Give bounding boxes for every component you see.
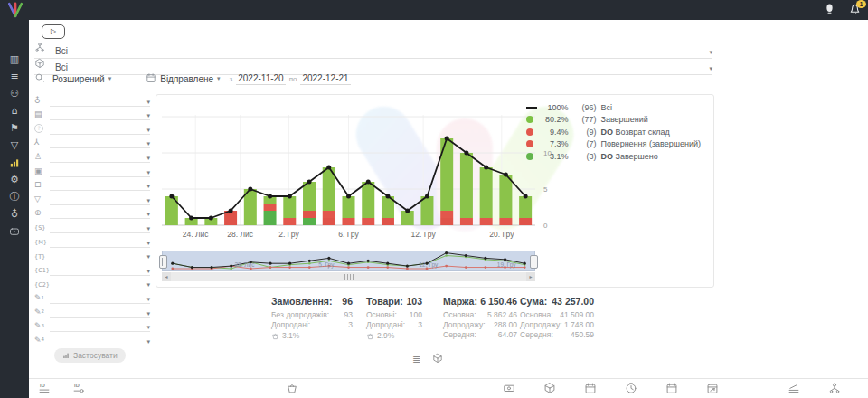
payment-icon[interactable]: [503, 382, 515, 394]
svg-text:12. Гру: 12. Гру: [411, 230, 437, 239]
chart-scrollbar[interactable]: ◂ ▸: [162, 272, 535, 281]
notifications-bell-icon[interactable]: 1: [848, 3, 863, 17]
scrollbar-track[interactable]: [171, 272, 526, 281]
sidebar-item-video-tutorials[interactable]: [0, 223, 29, 240]
bar-segment: [460, 153, 473, 218]
layers-icon[interactable]: [788, 382, 800, 394]
scroll-left-icon[interactable]: ◂: [162, 272, 171, 281]
search-icon[interactable]: [34, 72, 45, 85]
filter-select-utm-medium[interactable]: ▾: [50, 236, 150, 248]
date-from-input[interactable]: 2022-11-20: [236, 73, 285, 85]
bar-segment: [420, 196, 433, 225]
filter-select-note-4[interactable]: ▾: [50, 335, 150, 346]
filter-row-funnel: ▽▾: [34, 191, 150, 205]
orders-id-icon[interactable]: [38, 382, 51, 394]
sidebar-item-settings[interactable]: ⚙: [0, 171, 29, 188]
product-icon[interactable]: [543, 382, 556, 394]
svg-text:20. Гру: 20. Гру: [489, 230, 514, 239]
sidebar-item-marketing[interactable]: ⚑: [0, 119, 29, 137]
date-field-select[interactable]: Відправлене: [160, 74, 213, 84]
brand-logo[interactable]: [5, 2, 25, 18]
products-view-toggle[interactable]: [432, 351, 443, 367]
legend-item[interactable]: 7.3%(7)Повернення (завершений): [526, 138, 701, 151]
time-icon[interactable]: [625, 382, 637, 394]
sidebar-item-orders[interactable]: ≡: [0, 68, 29, 85]
warehouse-icon: ⌂: [12, 106, 18, 116]
chart-range-navigator[interactable]: 28. Лис5. Гру12. Гру19. Гру: [162, 251, 535, 271]
source-filter-select[interactable]: Всі ▾: [34, 43, 712, 59]
filter-select-utm-source[interactable]: ▾: [50, 222, 150, 233]
calendar-sent-icon[interactable]: [665, 382, 678, 394]
stat-sub-label: Допродані:: [271, 320, 310, 330]
chevron-down-icon: ▾: [146, 269, 150, 275]
filter-select-note-2[interactable]: ▾: [50, 307, 150, 318]
filter-select-source[interactable]: ▾: [50, 207, 150, 219]
sidebar-item-help[interactable]: ⓘ: [0, 188, 29, 205]
sidebar-item-statistics[interactable]: [0, 154, 29, 171]
navigator-left-handle[interactable]: [159, 255, 167, 269]
sidebar-item-integrations[interactable]: ♁: [0, 205, 29, 223]
filter-select-note-3[interactable]: ▾: [50, 320, 150, 332]
filter-row-note-4: ✎4▾: [34, 332, 150, 346]
filter-row-structure: ⅄▾: [34, 135, 150, 149]
chevron-down-icon: ▾: [146, 339, 150, 346]
sidebar-item-dashboard[interactable]: ▥: [0, 51, 29, 68]
bar-segment: [519, 196, 532, 218]
sidebar-item-funnels[interactable]: ▽: [0, 137, 29, 154]
filter-select-utm-term[interactable]: ▾: [50, 250, 150, 261]
calendar-export-icon[interactable]: [706, 382, 719, 394]
theme-bulb-icon[interactable]: [823, 2, 836, 19]
legend-count: (3): [571, 152, 596, 161]
bar-segment: [343, 218, 355, 225]
legend-item[interactable]: 3.1%(3)DO Завершено: [526, 150, 701, 163]
search-mode-select[interactable]: Розширений: [52, 74, 105, 84]
calendar-created-icon[interactable]: [584, 382, 597, 394]
filter-select-custom-field-2[interactable]: ▾: [50, 278, 150, 289]
filter-select-note-1[interactable]: ▾: [50, 292, 150, 304]
stat-sub-label: Без допродажів:: [271, 310, 329, 320]
legend-dot-marker: [526, 128, 541, 136]
scroll-right-icon[interactable]: ▸: [526, 272, 535, 281]
chevron-down-icon: ▾: [146, 212, 150, 218]
video-help-button[interactable]: ▷: [42, 24, 65, 39]
scrollbar-grip[interactable]: [344, 274, 354, 280]
stat-title: Замовлення:: [271, 296, 332, 307]
legend-item[interactable]: 80.2%(77)Завершений: [526, 114, 701, 127]
filter-select-custom-field-1[interactable]: ▾: [50, 264, 150, 276]
stat-sub-value: 3: [405, 320, 422, 330]
list-view-toggle[interactable]: ≣: [412, 355, 420, 365]
sitemap-icon[interactable]: [828, 382, 841, 394]
filter-select-help[interactable]: ▾: [50, 123, 150, 135]
sidebar-item-clients[interactable]: ⚇: [0, 85, 29, 102]
chevron-down-icon: ▾: [146, 141, 150, 147]
to-label: по: [289, 75, 297, 83]
stat-sub-value: 64.07: [476, 330, 517, 340]
leads-id-icon[interactable]: [72, 382, 85, 394]
chevron-down-icon: ▾: [146, 297, 150, 303]
filter-select-funnel[interactable]: ▾: [50, 194, 150, 205]
navigator-right-handle[interactable]: [530, 255, 538, 269]
filter-select-payment[interactable]: ▾: [50, 179, 150, 191]
filter-row-custom-field-2: {C2}▾: [34, 276, 150, 290]
legend-item[interactable]: 100%(96)Всі: [526, 101, 701, 114]
structure-icon: ⅄: [34, 138, 50, 148]
apply-filters-button[interactable]: Застосувати: [54, 348, 126, 363]
line-point: [189, 216, 193, 221]
from-label: з: [230, 75, 233, 83]
basket-icon[interactable]: [286, 382, 298, 394]
filter-select-manager[interactable]: ▾: [50, 151, 150, 163]
filter-select-structure[interactable]: ▾: [50, 137, 150, 148]
filter-select-status-group[interactable]: ▾: [50, 109, 150, 120]
filter-row-note-3: ✎3▾: [34, 318, 150, 333]
bottom-toolbar: [0, 378, 868, 398]
legend-item[interactable]: 9.4%(9)DO Возврат склад: [526, 126, 701, 138]
filter-row-note-2: ✎2▾: [34, 304, 150, 318]
chevron-down-icon: ▾: [146, 226, 150, 232]
bar-segment: [440, 211, 453, 218]
date-to-input[interactable]: 2022-12-21: [300, 73, 350, 85]
chart-icon: [62, 352, 70, 359]
chart-plot[interactable]: 051024. Лис28. Лис2. Гру6. Гру12. Гру20.…: [158, 102, 567, 243]
filter-select-geo[interactable]: ▾: [50, 95, 150, 107]
filter-select-product[interactable]: ▾: [50, 166, 150, 177]
sidebar-item-warehouse[interactable]: ⌂: [0, 102, 29, 119]
